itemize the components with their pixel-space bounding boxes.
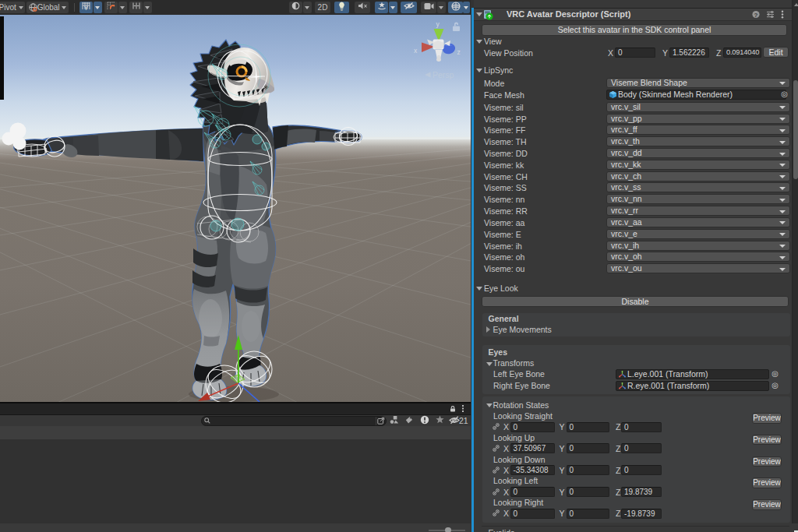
svg-text:?: ?: [754, 12, 758, 19]
svg-text:z: z: [457, 48, 461, 56]
svg-text:Persp: Persp: [433, 70, 454, 79]
svg-text:Y: Y: [84, 5, 88, 11]
